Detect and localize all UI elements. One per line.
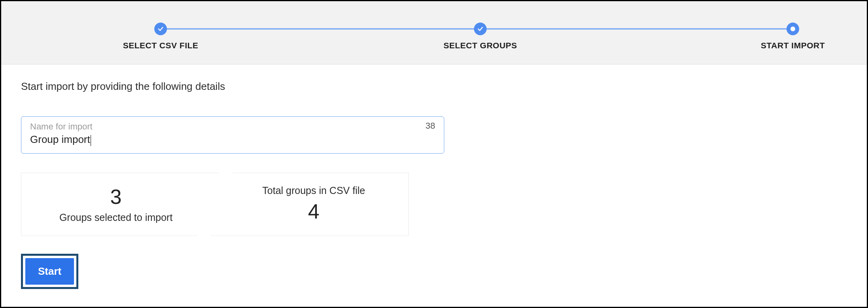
import-name-char-count: 38 (426, 121, 435, 131)
app-frame: SELECT CSV FILE SELECT GROUPS START IMPO… (0, 0, 868, 308)
step-dot-start-import[interactable] (787, 23, 799, 35)
stats-row: 3 Groups selected to import Total groups… (21, 173, 847, 236)
current-step-indicator-icon (790, 27, 795, 31)
stat-card-total: Total groups in CSV file 4 (211, 173, 409, 236)
step-dot-select-csv[interactable] (154, 23, 167, 35)
stat-selected-value: 3 (110, 185, 122, 209)
step-line-2 (480, 29, 793, 30)
stat-selected-caption: Groups selected to import (59, 212, 172, 223)
import-name-label: Name for import (30, 122, 435, 132)
main-panel: Start import by providing the following … (1, 65, 867, 289)
text-cursor-icon (91, 135, 91, 146)
stat-total-value: 4 (308, 200, 320, 223)
stat-total-caption: Total groups in CSV file (262, 185, 365, 196)
instruction-text: Start import by providing the following … (21, 80, 847, 93)
step-label-start-import: START IMPORT (761, 41, 825, 50)
check-icon (477, 26, 483, 32)
step-line-1 (161, 29, 480, 30)
start-button[interactable]: Start (25, 258, 74, 285)
import-name-field[interactable]: Name for import Group import 38 (21, 116, 444, 154)
step-dot-select-groups[interactable] (474, 23, 487, 35)
check-icon (157, 26, 164, 32)
stepper-bar: SELECT CSV FILE SELECT GROUPS START IMPO… (1, 1, 867, 65)
start-button-highlight: Start (21, 254, 78, 289)
stat-card-selected: 3 Groups selected to import (21, 173, 219, 236)
step-label-select-csv: SELECT CSV FILE (123, 41, 199, 50)
stepper-labels: SELECT CSV FILE SELECT GROUPS START IMPO… (1, 41, 867, 53)
stepper-track (1, 22, 867, 36)
step-label-select-groups: SELECT GROUPS (443, 41, 517, 50)
import-name-input[interactable]: Group import (30, 133, 90, 145)
